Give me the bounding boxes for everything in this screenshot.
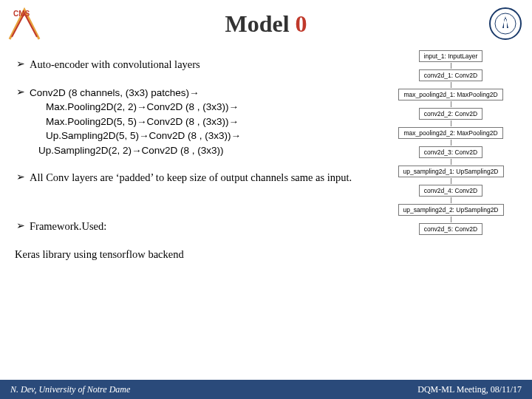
framework-label: Framework.Used: [30,220,106,232]
arch-line: Up.Sampling2D(5, 5)→Conv2D (8 , (3x3))→ [46,130,241,141]
bullet-1: ➢ Auto-encoder with convolutional layers [16,58,371,72]
diagram-node: up_sampling2d_2: UpSampling2D [398,204,504,216]
title-text: Model [225,10,295,37]
bullet-4: ➢ Framework.Used: [16,219,371,234]
diagram-connector [451,63,451,69]
diagram-connector [451,178,451,184]
arch-line: Up.Sampling2D(2, 2)→Conv2D (8 , (3x3)) [38,145,224,156]
diagram-connector [451,120,451,126]
diagram-node: conv2d_3: Conv2D [419,146,482,158]
bullet-text: Auto-encoder with convolutional layers [30,58,371,72]
arch-line: Max.Pooling2D(5, 5)→Conv2D (8 , (3x3))→ [46,116,239,127]
diagram-node: conv2d_5: Conv2D [419,223,482,235]
diagram-node: input_1: InputLayer [419,50,483,62]
footer-bar: N. Dev, University of Notre Dame DQM-ML … [0,380,532,399]
slide-title: Model 0 [0,10,532,38]
diagram-connector [451,197,451,203]
slide: CMS Model 0 ➢ Auto-encoder with convolut… [0,0,532,399]
diagram-node: max_pooling2d_2: MaxPooling2D [398,127,502,139]
footer-author: N. Dev, University of Notre Dame [10,384,130,395]
bullet-icon: ➢ [16,58,25,72]
arch-line: Conv2D (8 channels, (3x3) patches)→ [30,87,200,98]
bullet-2: ➢ Conv2D (8 channels, (3x3) patches)→ Ma… [16,86,371,158]
diagram-node: conv2d_1: Conv2D [419,69,482,81]
bullet-text: All Conv layers are ‘padded’ to keep siz… [30,171,371,185]
title-accent: 0 [296,10,307,37]
bullet-icon: ➢ [16,219,25,234]
diagram-node: conv2d_2: Conv2D [419,108,482,120]
diagram-node: max_pooling2d_1: MaxPooling2D [398,89,502,100]
diagram-connector [451,101,451,107]
bullet-3: ➢ All Conv layers are ‘padded’ to keep s… [16,171,371,185]
diagram-connector [451,140,451,146]
bullet-icon: ➢ [16,171,25,185]
diagram-connector [451,82,451,88]
bullet-text: Framework.Used: [30,219,371,234]
diagram-node: up_sampling2d_1: UpSampling2D [398,166,504,177]
diagram-connector [451,216,451,222]
arch-line: Max.Pooling2D(2, 2)→Conv2D (8 , (3x3))→ [46,101,239,112]
content-area: ➢ Auto-encoder with convolutional layers… [16,58,371,262]
diagram-node: conv2d_4: Conv2D [419,185,482,197]
framework-value: Keras library using tensorflow backend [15,248,371,262]
architecture-diagram: input_1: InputLayer conv2d_1: Conv2D max… [380,50,522,235]
diagram-connector [451,159,451,165]
footer-meeting: DQM-ML Meeting, 08/11/17 [417,384,522,395]
bullet-text: Conv2D (8 channels, (3x3) patches)→ Max.… [30,86,371,158]
bullet-icon: ➢ [16,86,25,158]
